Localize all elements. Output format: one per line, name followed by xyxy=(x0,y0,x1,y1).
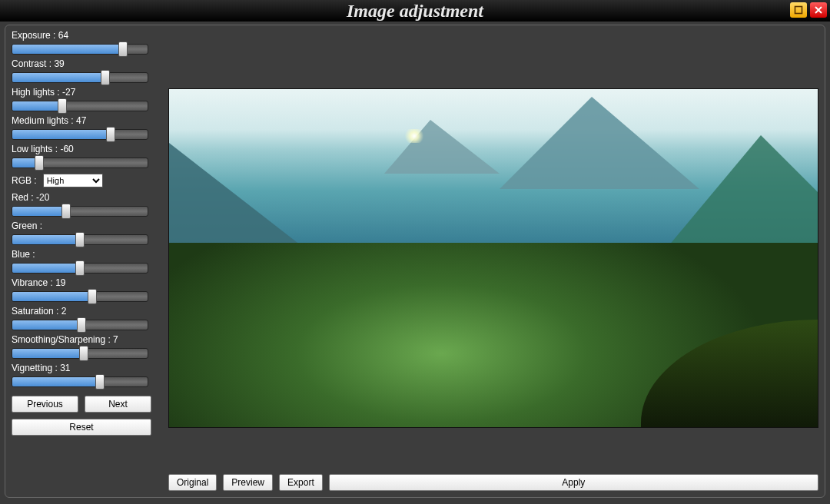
contrast-slider[interactable] xyxy=(12,72,148,83)
slider-thumb[interactable] xyxy=(118,41,128,57)
red-control: Red : -20 xyxy=(12,192,151,217)
contrast-label: Contrast : 39 xyxy=(12,58,151,69)
rgb-selector-row: RGB : High xyxy=(12,174,151,187)
saturation-label: Saturation : 2 xyxy=(12,306,151,317)
slider-thumb[interactable] xyxy=(35,155,44,171)
blue-slider[interactable] xyxy=(12,263,148,274)
export-button[interactable]: Export xyxy=(279,474,323,491)
slider-thumb[interactable] xyxy=(106,127,115,142)
image-preview xyxy=(168,88,818,428)
sharpening-control: Smoothing/Sharpening : 7 xyxy=(12,334,151,359)
green-control: Green : xyxy=(12,220,151,245)
midlights-control: Medium lights : 47 xyxy=(12,115,151,140)
slider-thumb[interactable] xyxy=(58,98,67,114)
slider-thumb[interactable] xyxy=(88,289,97,304)
titlebar: Image adjustment xyxy=(0,0,830,22)
red-slider[interactable] xyxy=(12,206,148,217)
red-label: Red : -20 xyxy=(12,192,151,203)
preview-button[interactable]: Preview xyxy=(223,474,273,491)
midlights-slider[interactable] xyxy=(12,129,148,140)
blue-label: Blue : xyxy=(12,249,151,260)
close-button[interactable] xyxy=(810,2,827,18)
decorative-shape xyxy=(384,120,500,174)
exposure-slider[interactable] xyxy=(12,44,148,55)
lowlights-slider[interactable] xyxy=(12,158,148,168)
rgb-select[interactable]: High xyxy=(43,174,103,187)
sharpening-label: Smoothing/Sharpening : 7 xyxy=(12,334,151,345)
vignetting-slider[interactable] xyxy=(12,376,148,387)
blue-control: Blue : xyxy=(12,249,151,274)
maximize-button[interactable] xyxy=(790,2,807,18)
lowlights-control: Low lights : -60 xyxy=(12,144,151,168)
slider-thumb[interactable] xyxy=(75,260,85,276)
nav-row: Previous Next xyxy=(12,396,151,413)
window-title: Image adjustment xyxy=(347,1,483,22)
highlights-label: High lights : -27 xyxy=(12,87,151,98)
saturation-control: Saturation : 2 xyxy=(12,306,151,330)
close-icon xyxy=(814,5,823,15)
slider-thumb[interactable] xyxy=(75,232,85,247)
window-controls xyxy=(790,2,827,18)
decorative-shape xyxy=(403,129,426,143)
window-body: Exposure : 64 Contrast : 39 High lights … xyxy=(5,25,825,498)
previous-button[interactable]: Previous xyxy=(12,396,78,413)
contrast-control: Contrast : 39 xyxy=(12,58,151,83)
original-button[interactable]: Original xyxy=(168,474,217,491)
maximize-icon xyxy=(794,5,803,15)
vibrance-slider[interactable] xyxy=(12,291,148,302)
green-slider[interactable] xyxy=(12,234,148,245)
slider-thumb[interactable] xyxy=(95,374,105,390)
exposure-control: Exposure : 64 xyxy=(12,30,151,55)
vignetting-control: Vignetting : 31 xyxy=(12,363,151,387)
saturation-slider[interactable] xyxy=(12,320,148,330)
reset-row: Reset xyxy=(12,419,151,436)
vibrance-label: Vibrance : 19 xyxy=(12,277,151,288)
slider-thumb[interactable] xyxy=(77,317,86,333)
slider-thumb[interactable] xyxy=(61,204,71,219)
lowlights-label: Low lights : -60 xyxy=(12,144,151,154)
slider-thumb[interactable] xyxy=(101,70,110,85)
highlights-control: High lights : -27 xyxy=(12,87,151,111)
bottom-toolbar: Original Preview Export Apply xyxy=(168,474,818,491)
midlights-label: Medium lights : 47 xyxy=(12,115,151,126)
green-label: Green : xyxy=(12,220,151,231)
svg-rect-0 xyxy=(795,7,802,14)
next-button[interactable]: Next xyxy=(85,396,151,413)
vibrance-control: Vibrance : 19 xyxy=(12,277,151,302)
sharpening-slider[interactable] xyxy=(12,348,148,359)
slider-thumb[interactable] xyxy=(79,346,88,361)
vignetting-label: Vignetting : 31 xyxy=(12,363,151,373)
reset-button[interactable]: Reset xyxy=(12,419,151,436)
apply-button[interactable]: Apply xyxy=(329,474,818,491)
adjustment-panel: Exposure : 64 Contrast : 39 High lights … xyxy=(12,30,151,436)
highlights-slider[interactable] xyxy=(12,101,148,111)
exposure-label: Exposure : 64 xyxy=(12,30,151,41)
decorative-shape xyxy=(169,143,307,250)
rgb-label: RGB : xyxy=(12,175,37,186)
